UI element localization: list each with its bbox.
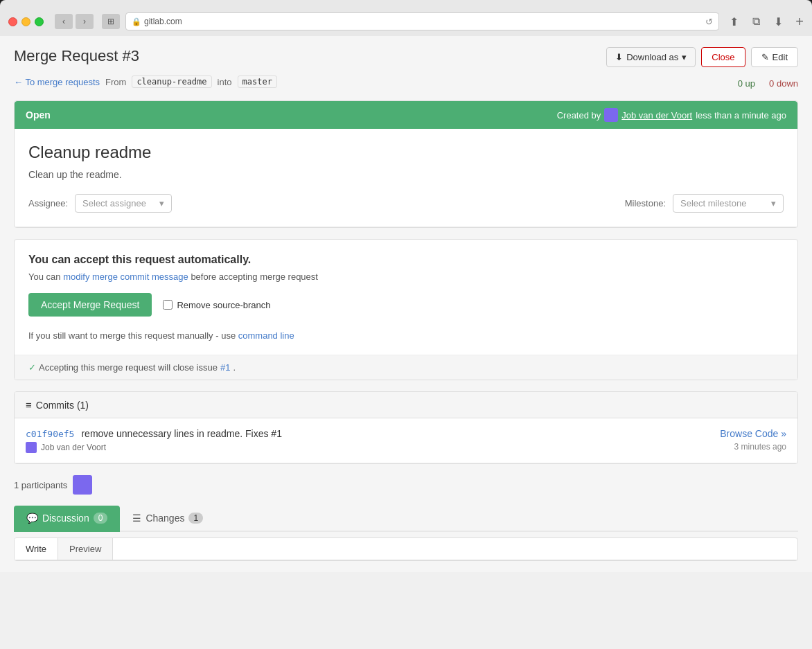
open-banner: Open Created by Job van der Voort less t… <box>15 101 797 129</box>
back-to-mrs-link[interactable]: ← To merge requests <box>14 77 100 87</box>
created-prefix: Created by <box>557 110 601 121</box>
created-by-area: Created by Job van der Voort less than a… <box>557 108 786 122</box>
traffic-lights <box>8 17 44 26</box>
target-branch-tag: master <box>238 75 277 88</box>
download-button[interactable]: ⬇ <box>769 14 787 29</box>
close-issue-notice: ✓ Accepting this merge request will clos… <box>15 355 797 380</box>
commit-hash-link[interactable]: c01f90ef5 <box>26 429 74 439</box>
commit-actions: Browse Code » 3 minutes ago <box>720 428 786 452</box>
commit-top: c01f90ef5 remove unnecessary lines in re… <box>26 428 282 439</box>
participant-avatar <box>73 475 92 495</box>
issue-link[interactable]: #1 <box>220 362 230 373</box>
reload-icon[interactable]: ↺ <box>705 17 713 27</box>
into-label: into <box>218 77 232 87</box>
author-avatar <box>604 108 618 122</box>
manual-merge-text: If you still want to merge this request … <box>28 328 784 341</box>
breadcrumb: ← To merge requests From cleanup-readme … <box>14 75 277 88</box>
merge-body: You can accept this request automaticall… <box>15 240 797 355</box>
merge-subtitle-suffix-text: before accepting merge request <box>191 272 318 282</box>
main-window: Merge Request #3 ⬇ Download as ▾ Close ✎… <box>0 36 812 649</box>
assignee-dropdown-arrow: ▾ <box>159 198 164 208</box>
milestone-dropdown-arrow: ▾ <box>771 198 776 208</box>
assignee-label: Assignee: <box>28 198 68 208</box>
close-mr-button[interactable]: Close <box>701 47 745 67</box>
commit-author-area: Job van der Voort <box>26 442 282 453</box>
tab-discussion[interactable]: 💬 Discussion 0 <box>14 506 120 532</box>
back-button[interactable]: ‹ <box>55 14 73 29</box>
close-window-button[interactable] <box>8 17 17 26</box>
commits-header: ≡ Commits (1) <box>15 392 797 418</box>
browse-code-link[interactable]: Browse Code » <box>720 428 786 439</box>
write-tabs: Write Preview <box>15 538 797 560</box>
commit-row: c01f90ef5 remove unnecessary lines in re… <box>15 418 797 463</box>
write-area: Write Preview <box>14 537 798 561</box>
discussion-icon: 💬 <box>26 513 38 524</box>
merge-section: You can accept this request automaticall… <box>14 239 798 380</box>
tab-changes[interactable]: ☰ Changes 1 <box>120 506 215 532</box>
add-tab-button[interactable]: + <box>795 14 804 30</box>
commits-header-label: Commits (1) <box>36 400 89 411</box>
command-line-link[interactable]: command line <box>238 330 294 341</box>
commit-time: 3 minutes ago <box>720 442 786 452</box>
milestone-dropdown[interactable]: Select milestone ▾ <box>673 194 784 213</box>
mr-description: Clean up the readme. <box>28 169 784 180</box>
tabs-bar: 💬 Discussion 0 ☰ Changes 1 <box>14 506 798 532</box>
maximize-window-button[interactable] <box>35 17 44 26</box>
url-text: gitlab.com <box>144 17 182 26</box>
sidebar-toggle-button[interactable]: ⊞ <box>102 14 120 29</box>
share-button[interactable]: ⬆ <box>725 14 743 29</box>
merge-subtitle: You can modify merge commit message befo… <box>28 272 784 282</box>
forward-button[interactable]: › <box>76 14 94 29</box>
modify-commit-message-link[interactable]: modify merge commit message <box>63 272 188 282</box>
mr-status-label: Open <box>26 109 51 121</box>
remove-source-branch-checkbox[interactable] <box>163 300 173 310</box>
merge-auto-title: You can accept this request automaticall… <box>28 254 784 266</box>
download-as-button[interactable]: ⬇ Download as ▾ <box>606 47 696 67</box>
mr-body: Cleanup readme Clean up the readme. Assi… <box>15 129 797 227</box>
accept-merge-request-button[interactable]: Accept Merge Request <box>28 293 152 317</box>
checkmark-icon: ✓ <box>28 362 36 373</box>
vote-up-count: 0 up <box>738 78 755 89</box>
merge-subtitle-prefix: You can <box>28 272 61 282</box>
close-issue-prefix: Accepting this merge request will close … <box>39 362 218 373</box>
merge-actions: Accept Merge Request Remove source-branc… <box>28 293 784 317</box>
discussion-tab-label: Discussion <box>42 513 89 524</box>
write-tab-preview[interactable]: Preview <box>58 538 113 560</box>
assignee-placeholder: Select assignee <box>82 198 146 208</box>
download-icon: ⬇ <box>615 52 623 62</box>
edit-label: Edit <box>773 52 788 62</box>
page-title-area: Merge Request #3 <box>14 47 139 65</box>
author-link[interactable]: Job van der Voort <box>621 110 692 121</box>
browser-chrome: ‹ › ⊞ 🔒 gitlab.com ↺ ⬆ ⧉ ⬇ + <box>0 0 812 36</box>
address-bar[interactable]: 🔒 gitlab.com ↺ <box>125 12 719 30</box>
page-title: Merge Request #3 <box>14 47 139 65</box>
changes-badge: 1 <box>188 513 203 524</box>
minimize-window-button[interactable] <box>21 17 30 26</box>
new-tab-button[interactable]: ⧉ <box>747 14 765 29</box>
changes-tab-label: Changes <box>145 513 184 524</box>
header-actions: ⬇ Download as ▾ Close ✎ Edit <box>606 47 798 67</box>
commit-author-name: Job van der Voort <box>41 443 106 452</box>
assignee-field: Assignee: Select assignee ▾ <box>28 194 172 213</box>
commit-message: remove unnecessary lines in readme. Fixe… <box>81 428 281 439</box>
edit-mr-button[interactable]: ✎ Edit <box>751 47 798 67</box>
commit-author-avatar <box>26 442 37 453</box>
vote-area: 0 up 0 down <box>738 78 798 89</box>
mr-meta: Assignee: Select assignee ▾ Milestone: S… <box>28 194 784 213</box>
assignee-dropdown[interactable]: Select assignee ▾ <box>75 194 172 213</box>
dropdown-arrow-icon: ▾ <box>682 52 687 62</box>
discussion-badge: 0 <box>94 513 108 524</box>
participants-area: 1 participants <box>14 475 798 495</box>
write-tab-write[interactable]: Write <box>15 538 58 560</box>
remove-source-branch-option: Remove source-branch <box>163 300 270 310</box>
edit-icon: ✎ <box>761 52 769 62</box>
download-label: Download as <box>626 52 678 62</box>
created-time: less than a minute ago <box>696 110 786 121</box>
page-header: Merge Request #3 ⬇ Download as ▾ Close ✎… <box>14 47 798 67</box>
browser-actions: ⬆ ⧉ ⬇ <box>725 14 787 29</box>
source-branch-tag: cleanup-readme <box>132 75 211 88</box>
changes-icon: ☰ <box>132 513 141 524</box>
commits-list-icon: ≡ <box>26 399 32 411</box>
close-issue-suffix: . <box>233 362 236 373</box>
commits-section: ≡ Commits (1) c01f90ef5 remove unnecessa… <box>14 391 798 464</box>
